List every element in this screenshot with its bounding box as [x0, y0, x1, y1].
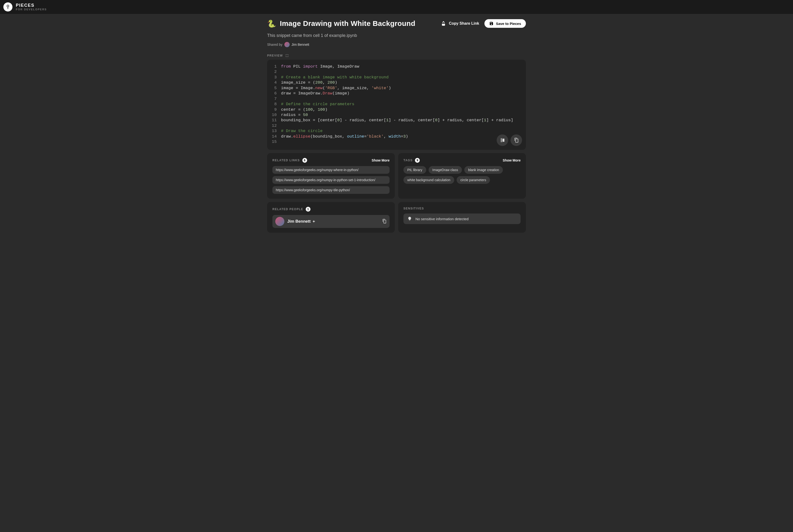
avatar [284, 42, 290, 47]
tags-show-more[interactable]: Show More [503, 158, 521, 162]
tag-chip[interactable]: white background calculation [403, 176, 454, 184]
tag-chip[interactable]: blank image creation [464, 166, 503, 174]
save-label: Save to Pieces [496, 22, 521, 26]
share-link-icon [441, 21, 446, 26]
app-header: PIECES FOR DEVELOPERS [0, 0, 793, 14]
shared-by-label: Shared by [267, 43, 283, 46]
related-link[interactable]: https://www.geeksforgeeks.org/numpy-in-p… [272, 176, 390, 184]
save-to-pieces-button[interactable]: Save to Pieces [484, 19, 526, 28]
preview-label: PREVIEW [267, 54, 283, 57]
code-block[interactable]: 1from PIL import Image, ImageDraw23# Cre… [267, 64, 523, 146]
related-people-label: RELATED PEOPLE [272, 208, 303, 211]
fullscreen-icon[interactable] [285, 54, 289, 57]
related-links-show-more[interactable]: Show More [372, 158, 390, 162]
person-row[interactable]: Jim Bennett ✦ [272, 215, 390, 228]
save-icon [489, 21, 494, 26]
shared-by-name: Jim Bennett [292, 43, 309, 46]
sensitives-panel: SENSITIVES No sensitive information dete… [398, 202, 526, 233]
lightbulb-icon [407, 216, 412, 221]
snippet-origin: This snippet came from cell 1 of example… [267, 33, 526, 38]
related-links-panel: RELATED LINKS 6 Show More https://www.ge… [267, 153, 395, 199]
sensitives-label: SENSITIVES [403, 207, 424, 210]
related-link[interactable]: https://www.geeksforgeeks.org/numpy-wher… [272, 166, 390, 174]
related-links-count: 6 [302, 158, 307, 163]
tag-chip[interactable]: PIL library [403, 166, 426, 174]
code-preview-card: 1from PIL import Image, ImageDraw23# Cre… [267, 60, 526, 150]
main-content: 🐍 Image Drawing with White Background Co… [267, 14, 526, 242]
related-link[interactable]: https://www.geeksforgeeks.org/numpy-tile… [272, 186, 390, 194]
tag-chip[interactable]: ImageDraw class [429, 166, 462, 174]
related-people-panel: RELATED PEOPLE 1 Jim Bennett ✦ [267, 202, 395, 233]
tags-panel: TAGS 9 Show More PIL libraryImageDraw cl… [398, 153, 526, 199]
copy-share-label: Copy Share Link [449, 21, 479, 26]
brand-subtitle: FOR DEVELOPERS [16, 8, 47, 11]
copy-code-button[interactable] [510, 134, 522, 146]
tags-label: TAGS [403, 159, 412, 162]
copy-person-button[interactable] [382, 219, 387, 224]
copy-icon [382, 219, 387, 224]
language-icon: 🐍 [267, 19, 276, 28]
sensitives-message-row: No sensitive information detected [403, 213, 521, 224]
brand-logo[interactable] [3, 2, 13, 12]
pieces-icon [5, 4, 11, 10]
copy-lines-icon [500, 137, 505, 143]
brand-name: PIECES [16, 3, 47, 8]
page-title: Image Drawing with White Background [280, 19, 415, 27]
sensitives-message: No sensitive information detected [415, 217, 469, 221]
sparkle-icon: ✦ [312, 220, 315, 223]
avatar [275, 217, 284, 226]
related-links-label: RELATED LINKS [272, 159, 300, 162]
copy-share-link-button[interactable]: Copy Share Link [441, 21, 479, 26]
related-people-count: 1 [306, 207, 310, 212]
tag-chip[interactable]: circle parameters [457, 176, 490, 184]
copy-with-context-button[interactable] [497, 134, 508, 146]
person-name: Jim Bennett [287, 219, 310, 224]
tags-count: 9 [415, 158, 420, 163]
copy-icon [514, 137, 519, 143]
